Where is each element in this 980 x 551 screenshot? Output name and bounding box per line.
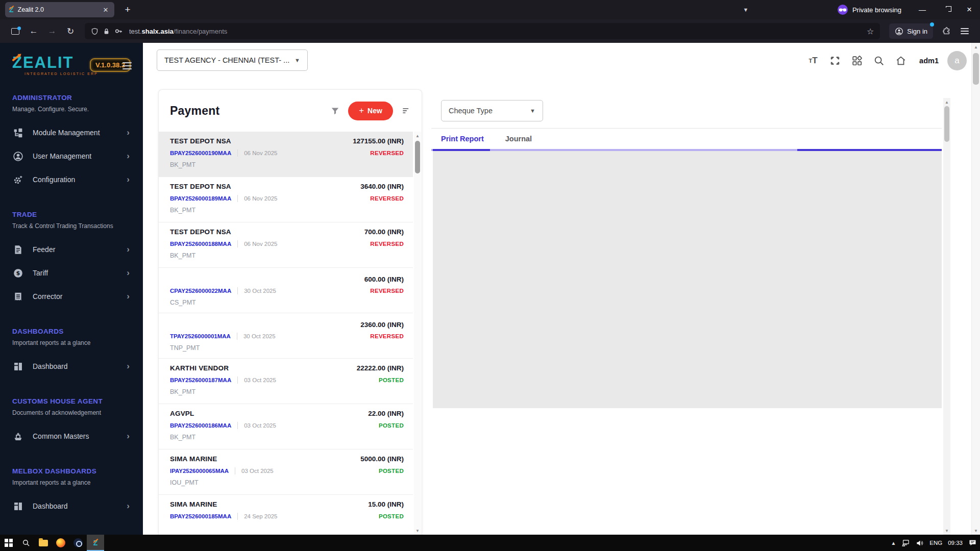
status-badge: REVERSED	[370, 288, 404, 294]
private-mask-icon	[837, 4, 848, 15]
close-button[interactable]: ×	[959, 0, 980, 19]
payment-type: BK_PMT	[170, 252, 404, 259]
chevron-right-icon: ›	[127, 361, 131, 371]
payment-row[interactable]: AGVPL 22.00 (INR) BPAY2526000186MAA 03 O…	[159, 404, 413, 449]
agency-select[interactable]: TEST AGENCY - CHENNAI (TEST- ... ▼	[157, 49, 308, 71]
action-center-icon[interactable]	[968, 539, 977, 547]
start-button[interactable]	[0, 535, 17, 551]
lock-icon[interactable]	[103, 28, 110, 35]
avatar[interactable]: a	[947, 51, 967, 70]
sidebar-item[interactable]: Dashboard ›	[12, 355, 131, 378]
payment-code-link[interactable]: BPAY2526000185MAA	[170, 513, 231, 519]
document-icon	[12, 244, 23, 255]
payment-code-link[interactable]: BPAY2526000187MAA	[170, 377, 231, 383]
tray-expand-icon[interactable]: ▲	[891, 540, 896, 546]
speaker-icon[interactable]	[916, 539, 924, 547]
scroll-down-icon[interactable]: ▼	[945, 527, 949, 535]
payment-row[interactable]: TEST DEPOT NSA 127155.00 (INR) BPAY25260…	[159, 132, 413, 177]
sidebar-toggle-icon[interactable]	[122, 60, 132, 71]
tab-close-icon[interactable]: ✕	[101, 5, 110, 14]
menu-icon[interactable]	[957, 23, 973, 39]
payment-row[interactable]: SIMA MARINE 15.00 (INR) BPAY2526000185MA…	[159, 495, 413, 535]
payment-row[interactable]: TEST DEPOT NSA 3640.00 (INR) BPAY2526000…	[159, 177, 413, 222]
cheque-type-select[interactable]: Cheque Type ▼	[441, 100, 543, 121]
bookmark-star-icon[interactable]: ☆	[867, 27, 874, 36]
payment-code-link[interactable]: TPAY2526000001MAA	[170, 333, 231, 339]
apps-grid-icon[interactable]	[850, 54, 864, 67]
divider	[237, 149, 238, 157]
payment-date: 06 Nov 2025	[244, 150, 277, 156]
payment-type: CS_PMT	[170, 299, 404, 306]
scroll-up-icon[interactable]: ▲	[945, 98, 949, 106]
sidebar-item[interactable]: Feeder ›	[12, 238, 131, 261]
payment-row[interactable]: 600.00 (INR) CPAY2526000022MAA 30 Oct 20…	[159, 268, 413, 313]
scroll-down-icon[interactable]: ▼	[415, 527, 420, 535]
payment-list-scrollbar[interactable]: ▲ ▼	[414, 132, 421, 535]
payment-code-link[interactable]: BPAY2526000190MAA	[170, 150, 231, 156]
network-icon[interactable]	[901, 539, 910, 547]
taskbar-search-icon[interactable]	[17, 535, 35, 551]
clock[interactable]: 09:33	[948, 540, 963, 546]
sidebar-section: CUSTOMS HOUSE AGENT Documents of acknowl…	[12, 397, 131, 448]
payment-code-link[interactable]: BPAY2526000189MAA	[170, 195, 231, 202]
search-icon[interactable]	[872, 54, 886, 67]
app-icon[interactable]	[69, 535, 87, 551]
fullscreen-icon[interactable]	[828, 54, 842, 67]
payment-type: TNP_PMT	[170, 344, 404, 352]
account-icon	[895, 27, 903, 36]
dollar-icon: $	[12, 267, 23, 279]
detail-panel-scrollbar[interactable]: ▲ ▼	[943, 98, 950, 535]
back-button[interactable]: ←	[26, 23, 42, 39]
sidebar-item[interactable]: Module Management ›	[12, 121, 131, 144]
reload-button[interactable]: ↻	[62, 23, 79, 39]
language-indicator[interactable]: ENG	[929, 540, 942, 546]
payment-row[interactable]: 2360.00 (INR) TPAY2526000001MAA 30 Oct 2…	[159, 313, 413, 359]
firefox-icon[interactable]	[52, 535, 69, 551]
signin-button[interactable]: Sign in	[889, 23, 933, 39]
payment-amount: 600.00 (INR)	[364, 276, 404, 283]
tab-journal[interactable]: Journal	[505, 132, 532, 146]
sidebar-section-title: MELBOX DASHBOARDS	[12, 467, 131, 475]
sidebar-item[interactable]: User Management ›	[12, 144, 131, 168]
forward-button[interactable]: →	[44, 23, 60, 39]
text-size-icon[interactable]: TT	[806, 54, 820, 67]
payment-code-link[interactable]: IPAY2526000065MAA	[170, 468, 229, 474]
extensions-icon[interactable]	[938, 23, 954, 39]
home-icon[interactable]	[894, 54, 908, 67]
list-all-tabs-icon[interactable]: ▼	[738, 7, 753, 13]
payment-code-link[interactable]: CPAY2526000022MAA	[170, 288, 231, 294]
sidebar-item[interactable]: Corrector ›	[12, 285, 131, 308]
payee-name: KARTHI VENDOR	[170, 364, 229, 372]
chevron-down-icon: ▼	[295, 57, 300, 63]
firefox-view-icon[interactable]	[7, 23, 23, 39]
url-bar[interactable]: test.shalx.asia/finance/payments ☆	[85, 23, 880, 39]
new-payment-button[interactable]: +New	[348, 102, 393, 120]
payment-code-link[interactable]: BPAY2526000188MAA	[170, 241, 231, 247]
filter-icon[interactable]	[327, 103, 343, 119]
sidebar-item[interactable]: $ Tariff ›	[12, 261, 131, 285]
sidebar-item[interactable]: Configuration ›	[12, 168, 131, 191]
payment-row[interactable]: KARTHI VENDOR 22222.00 (INR) BPAY2526000…	[159, 359, 413, 404]
sidebar-item[interactable]: Common Masters ›	[12, 424, 131, 448]
file-explorer-icon[interactable]	[35, 535, 52, 551]
tab-print-report[interactable]: Print Report	[441, 132, 484, 146]
key-icon[interactable]	[114, 27, 122, 35]
shield-icon[interactable]	[91, 28, 99, 35]
scroll-up-icon[interactable]: ▲	[415, 132, 420, 140]
payment-code-link[interactable]: BPAY2526000186MAA	[170, 422, 231, 429]
minimize-button[interactable]: —	[912, 0, 933, 19]
sort-icon[interactable]	[398, 103, 414, 119]
payment-row[interactable]: SIMA MARINE 5000.00 (INR) IPAY2526000065…	[159, 449, 413, 495]
page-scrollbar[interactable]: ▲ ▼	[971, 43, 980, 535]
scroll-up-icon[interactable]: ▲	[974, 43, 978, 51]
sidebar-item-label: Dashboard	[33, 362, 117, 370]
scroll-down-icon[interactable]: ▼	[974, 527, 978, 535]
zealit-app-icon[interactable]: Z	[87, 535, 104, 551]
restore-button[interactable]	[935, 0, 957, 19]
payment-row[interactable]: TEST DEPOT NSA 700.00 (INR) BPAY25260001…	[159, 222, 413, 268]
sidebar-item-label: Module Management	[33, 129, 117, 137]
browser-tab[interactable]: Z Zealit 2.0 ✕	[5, 2, 114, 17]
section-items: Dashboard ›	[12, 494, 131, 518]
new-tab-button[interactable]: +	[120, 3, 135, 17]
sidebar-item[interactable]: Dashboard ›	[12, 494, 131, 518]
